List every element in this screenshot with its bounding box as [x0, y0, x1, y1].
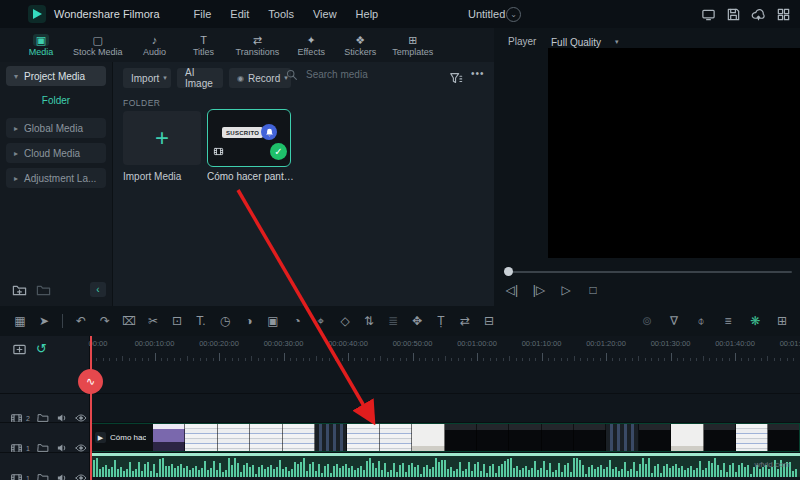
- render-preview-icon[interactable]: ⊚: [635, 311, 659, 331]
- stabilize-icon[interactable]: ⇄: [453, 311, 477, 331]
- sidebar-item-cloud-media[interactable]: ▸Cloud Media: [6, 143, 106, 163]
- sidebar-item-adjustment-la-[interactable]: ▸Adjustment La...: [6, 168, 106, 188]
- add-text-icon[interactable]: T.: [189, 311, 213, 331]
- layout-grid-icon[interactable]: ▦: [8, 311, 32, 331]
- sidebar-item-project-media[interactable]: ▾Project Media: [6, 66, 106, 86]
- timeline-body: ↺ 211 00:0000:00:10:0000:00:20:0000:00:3…: [0, 336, 800, 480]
- clip-thumbnail: [768, 424, 800, 451]
- ruler-label: 00:01:50:00: [780, 339, 800, 348]
- seek-handle[interactable]: [504, 267, 513, 276]
- prev-frame-button[interactable]: ◁|: [505, 283, 519, 297]
- stop-button[interactable]: □: [586, 283, 600, 297]
- titles-icon: T: [200, 34, 207, 46]
- clip-thumbnail: [736, 424, 768, 451]
- track-lock-icon[interactable]: [37, 472, 49, 480]
- cut-icon[interactable]: ✂: [141, 311, 165, 331]
- save-icon[interactable]: [725, 6, 742, 23]
- new-folder-icon[interactable]: [12, 283, 27, 298]
- media-clip-thumbnail[interactable]: SUSCRITO ✓: [207, 109, 291, 167]
- adjust-icon[interactable]: ⇅: [357, 311, 381, 331]
- caret-icon: ▸: [14, 174, 18, 183]
- zoom-fit-icon[interactable]: ⊞: [770, 311, 794, 331]
- video-preview[interactable]: [548, 48, 800, 258]
- timeline-ruler[interactable]: 00:0000:00:10:0000:00:20:0000:00:30:0000…: [90, 336, 800, 364]
- menu-bar: Wondershare Filmora FileEditToolsViewHel…: [0, 0, 800, 28]
- caret-icon: ▾: [14, 72, 18, 81]
- sidebar-item-global-media[interactable]: ▸Global Media: [6, 118, 106, 138]
- folder-icon[interactable]: [36, 283, 51, 298]
- redo-icon[interactable]: ↷: [93, 311, 117, 331]
- crop-icon[interactable]: ⊡: [165, 311, 189, 331]
- record-button[interactable]: ◉Record▾: [229, 68, 291, 88]
- undo-icon[interactable]: ↶: [69, 311, 93, 331]
- seek-bar[interactable]: [505, 271, 792, 273]
- track-mute-icon[interactable]: [56, 472, 68, 480]
- clip-thumbnail: [542, 424, 574, 451]
- menu-help[interactable]: Help: [356, 8, 379, 20]
- speech-to-text-icon[interactable]: Ṭ: [429, 311, 453, 331]
- menu-items: FileEditToolsViewHelp: [194, 8, 379, 20]
- caret-icon: ▸: [14, 149, 18, 158]
- auto-ripple-icon[interactable]: ↺: [36, 341, 47, 356]
- project-menu-icon[interactable]: ⌄: [506, 7, 521, 22]
- track-visibility-icon[interactable]: [75, 472, 87, 480]
- add-track-icon[interactable]: [12, 342, 27, 357]
- playhead-marker-badge[interactable]: ∿: [78, 369, 103, 394]
- menu-tools[interactable]: Tools: [268, 8, 294, 20]
- player-panel: Player Full Quality▾ ◁||▷▷□: [497, 28, 800, 306]
- chroma-key-icon[interactable]: ▣: [261, 311, 285, 331]
- ruler-label: 00:00:50:00: [393, 339, 433, 348]
- tab-stickers[interactable]: ❖Stickers: [343, 34, 377, 57]
- tab-titles[interactable]: TTitles: [187, 34, 221, 57]
- ruler-label: 00:01:20:00: [586, 339, 626, 348]
- select-tool-icon[interactable]: ➤: [32, 311, 56, 331]
- play-button[interactable]: ▷: [559, 283, 573, 297]
- playhead[interactable]: [90, 336, 92, 480]
- menu-file[interactable]: File: [194, 8, 212, 20]
- clip-thumbnail: [380, 424, 412, 451]
- voiceover-mic-icon[interactable]: ⌽: [689, 311, 713, 331]
- ai-tool-icon[interactable]: ❋: [743, 311, 767, 331]
- marker-shield-icon[interactable]: ∇: [662, 311, 686, 331]
- keyframe-icon[interactable]: ◇: [333, 311, 357, 331]
- sidebar-footer: ‹: [0, 282, 112, 300]
- import-button[interactable]: Import▾: [123, 68, 171, 88]
- more-options-icon[interactable]: •••: [471, 68, 485, 79]
- menu-edit[interactable]: Edit: [230, 8, 249, 20]
- search-media: [285, 68, 418, 81]
- next-frame-button[interactable]: |▷: [532, 283, 546, 297]
- collapse-sidebar-icon[interactable]: ‹: [90, 282, 106, 297]
- speed-icon[interactable]: ◷: [213, 311, 237, 331]
- search-input[interactable]: [304, 68, 418, 81]
- delete-icon[interactable]: ⌧: [117, 311, 141, 331]
- tab-stock-media[interactable]: ▢Stock Media: [73, 34, 123, 57]
- audio-mixer-icon[interactable]: ≣: [381, 311, 405, 331]
- tab-media[interactable]: ▣Media: [24, 34, 58, 57]
- menu-view[interactable]: View: [313, 8, 337, 20]
- ruler-label: 00:00:40:00: [328, 339, 368, 348]
- clip-thumbnail: [606, 424, 638, 451]
- color-icon[interactable]: ◑: [237, 311, 261, 331]
- cloud-upload-icon[interactable]: [750, 6, 767, 23]
- tab-transitions[interactable]: ⇄Transitions: [236, 34, 280, 57]
- display-icon[interactable]: [700, 6, 717, 23]
- tab-audio[interactable]: ♪Audio: [138, 34, 172, 57]
- player-label: Player: [508, 36, 536, 47]
- ai-image-button[interactable]: AI Image: [177, 68, 223, 88]
- timeline-audio-waveform[interactable]: wfvid.com: [90, 453, 800, 477]
- layout-grid-icon[interactable]: [775, 6, 792, 23]
- filter-icon[interactable]: [449, 71, 463, 85]
- watermark-text: wfvid.com: [754, 460, 790, 469]
- screen-record-icon[interactable]: ⊟: [477, 311, 501, 331]
- figure-track-icon[interactable]: ✥: [405, 311, 429, 331]
- timeline-video-clip[interactable]: ▶ Cómo hac: [90, 423, 800, 452]
- clip-thumbnail: [412, 424, 444, 451]
- notes-icon[interactable]: ≡: [716, 311, 740, 331]
- tab-templates[interactable]: ⊞Templates: [392, 34, 433, 57]
- timer-icon[interactable]: ◔: [285, 311, 309, 331]
- motion-track-icon[interactable]: ⌖: [309, 311, 333, 331]
- clip-thumbnail: [315, 424, 347, 451]
- import-media-tile[interactable]: +: [123, 111, 201, 165]
- tab-effects[interactable]: ✦Effects: [294, 34, 328, 57]
- sidebar-item-folder[interactable]: Folder: [0, 95, 112, 106]
